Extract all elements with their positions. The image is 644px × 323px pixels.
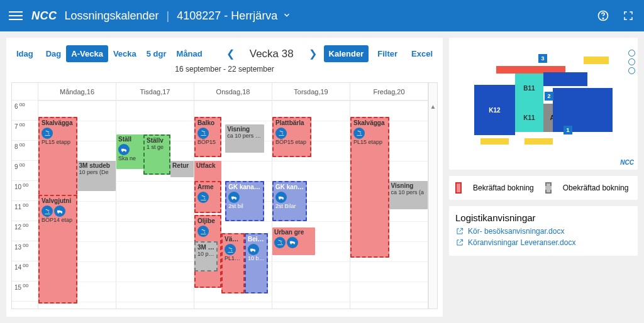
today-button[interactable]: Idag [11, 45, 38, 62]
time-label: 10 00 [12, 181, 38, 201]
map-strip-yellow-1 [480, 138, 509, 145]
week-title: Vecka 38 [250, 48, 294, 60]
calendar-event[interactable]: Arme [194, 181, 221, 213]
calendar-event[interactable]: 3M by10 pers [194, 241, 218, 271]
calendar-toolbar: Idag DagA-VeckaVecka5 dgrMånad ❮ Vecka 3… [11, 45, 438, 62]
date-range: 16 september - 22 september [11, 65, 438, 74]
map-badge-3[interactable]: 3 [538, 54, 547, 63]
map-zone-k11[interactable]: K11 [515, 104, 543, 132]
truck-icon [275, 192, 287, 203]
help-icon[interactable] [596, 9, 610, 23]
scroll-up-icon[interactable]: ▲ [428, 101, 438, 112]
links-panel: Logistikanvisningar Kör- besöksanvisning… [449, 206, 638, 256]
calendar-grid: 6 007 008 009 0010 0011 0012 0013 0014 0… [11, 82, 438, 309]
calendar-event[interactable]: Ställv1 st ge [143, 134, 170, 175]
day-header: Fredag,20 [350, 83, 428, 101]
truck-icon [228, 192, 240, 203]
day-header: Torsdag,19 [272, 83, 350, 101]
links-title: Logistikanvisningar [455, 212, 631, 223]
vertical-scrollbar[interactable]: ▲ [428, 83, 437, 309]
crane-icon [197, 226, 209, 237]
day-header: Onsdag,18 [194, 83, 272, 101]
calendar-event[interactable]: 3M studeb10 pers (De [77, 161, 116, 191]
time-label: 11 00 [12, 201, 38, 221]
time-label: 15 00 [12, 282, 38, 302]
map-zone-b11[interactable]: B11 [515, 72, 543, 104]
chevron-down-icon[interactable] [282, 11, 291, 21]
calendar-event[interactable]: Retur [170, 161, 194, 177]
time-label: 9 00 [12, 161, 38, 181]
map-zone-k12[interactable]: K12 [474, 85, 515, 135]
filter-button[interactable]: Filter [372, 45, 402, 62]
time-column: 6 007 008 009 0010 0011 0012 0013 0014 0… [12, 83, 38, 309]
truck-icon [54, 205, 65, 217]
calendar-event[interactable]: GK kanale2st Bilar [272, 181, 307, 221]
day-column[interactable]: StällSka neStällv1 st geRetur [116, 101, 194, 309]
calendar-event[interactable]: PlattbärlaBÖP15 etap [272, 117, 311, 157]
crane-icon [42, 128, 53, 139]
time-label: 12 00 [12, 221, 38, 241]
map-badge-1[interactable]: 1 [564, 126, 572, 134]
calendar-panel: Idag DagA-VeckaVecka5 dgrMånad ❮ Vecka 3… [6, 38, 443, 317]
external-link-icon [455, 227, 464, 236]
legend-panel: Bekräftad bokning Obekräftad bokning [449, 176, 638, 200]
prev-week-button[interactable]: ❮ [223, 45, 238, 62]
day-column[interactable]: PlattbärlaBÖP15 etapGK kanale2st BilarUr… [272, 101, 350, 309]
site-map-panel[interactable]: K12 B11 K11 A 3 2 1 NCC [449, 38, 638, 170]
view-button-a-vecka[interactable]: A-Vecka [66, 45, 108, 62]
view-button-vecka[interactable]: Vecka [108, 45, 142, 62]
truck-icon [248, 244, 259, 255]
calendar-event[interactable]: VäggjPL15 e [221, 233, 245, 293]
map-badge-2[interactable]: 2 [545, 92, 553, 101]
view-button-5 dgr[interactable]: 5 dgr [142, 45, 172, 62]
time-label: 13 00 [12, 241, 38, 261]
crane-icon [274, 237, 286, 248]
time-label: 6 00 [12, 101, 38, 121]
divider: | [167, 9, 170, 23]
view-button-månad[interactable]: Månad [172, 45, 208, 62]
time-label: 14 00 [12, 261, 38, 282]
time-label: 7 00 [12, 121, 38, 141]
view-button-dag[interactable]: Dag [41, 45, 67, 62]
app-title: Lossningskalender [65, 9, 159, 23]
day-header: Tisdag,17 [116, 83, 194, 101]
brand-logo: NCC [31, 9, 57, 23]
legend-confirmed-label: Bekräftad bokning [473, 183, 534, 192]
calendar-event[interactable]: Visningca 10 pers (a [389, 181, 428, 209]
day-column[interactable]: BalkoBÖP15Visningca 10 pers (ansvUtfackA… [194, 101, 272, 309]
calendar-event[interactable]: StällSka ne [116, 134, 143, 168]
calendar-event[interactable]: BalkoBÖP15 [194, 117, 221, 157]
menu-icon[interactable] [9, 9, 23, 23]
map-strip-blue [543, 72, 587, 86]
truck-icon [287, 237, 298, 248]
project-selector-label: 4108227 - Herrjärva [177, 9, 277, 23]
calendar-event[interactable]: Visningca 10 pers (ansv [225, 124, 264, 153]
fullscreen-icon[interactable] [621, 9, 635, 23]
document-link[interactable]: Kör- besöksanvisningar.docx [455, 227, 631, 236]
calendar-event[interactable]: SkalväggaPL15 etapp [350, 117, 389, 258]
calendar-event[interactable]: GK kanaler2st bil [225, 181, 264, 221]
day-column[interactable]: SkalväggaPL15 etappVisningca 10 pers (a [350, 101, 428, 309]
next-week-button[interactable]: ❯ [305, 45, 321, 62]
calendar-event[interactable]: Urban gre [272, 227, 315, 256]
app-header: NCC Lossningskalender | 4108227 - Herrjä… [0, 0, 644, 31]
crane-icon [197, 192, 209, 203]
legend-unconfirmed-swatch [545, 182, 552, 194]
calendar-event[interactable]: Utfack [194, 161, 221, 181]
day-column[interactable]: SkalväggaPL15 etapp3M studeb10 pers (DeV… [38, 101, 116, 309]
kalender-button[interactable]: Kalender [324, 45, 369, 62]
map-toolbar[interactable] [628, 43, 635, 80]
external-link-icon [455, 238, 464, 247]
truck-icon [118, 144, 130, 155]
legend-confirmed-swatch [455, 182, 462, 194]
excel-button[interactable]: Excel [406, 45, 438, 62]
crane-icon [42, 205, 53, 217]
document-link[interactable]: Köranvisningar Leveranser.docx [455, 238, 631, 247]
svg-point-1 [602, 18, 603, 19]
crane-icon [353, 128, 365, 139]
time-label: 8 00 [12, 141, 38, 161]
calendar-event[interactable]: ValvgjutniBÖP14 etap [38, 195, 77, 304]
calendar-event[interactable]: Beijer10 bun [245, 233, 268, 293]
crane-icon [225, 244, 236, 255]
crane-icon [197, 128, 209, 139]
